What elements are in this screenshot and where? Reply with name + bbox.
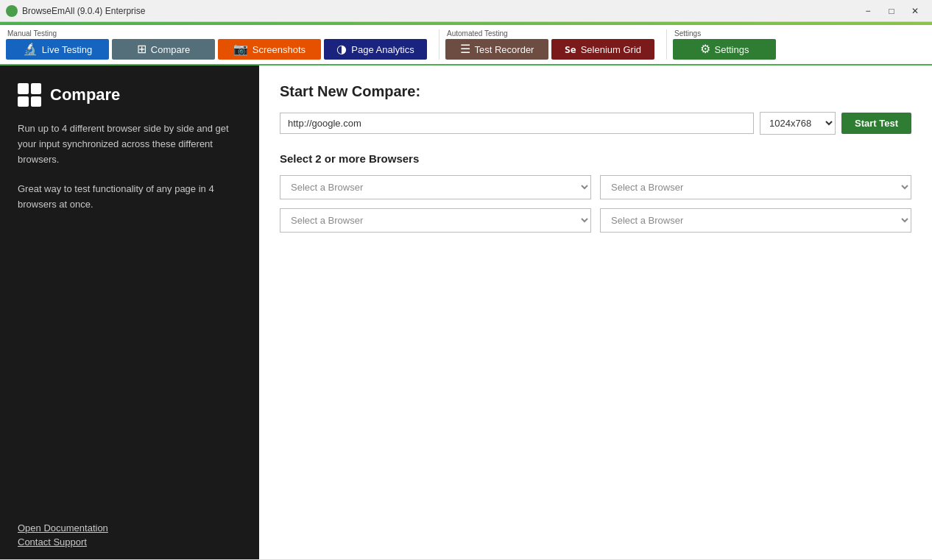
- settings-icon: ⚙: [700, 43, 710, 55]
- selenium-grid-label: Selenium Grid: [581, 44, 641, 55]
- app-icon: [6, 5, 18, 17]
- compare-label: Compare: [151, 44, 190, 55]
- window-controls: − □ ✕: [857, 4, 926, 18]
- browser-select-2[interactable]: Select a Browser: [600, 175, 911, 199]
- settings-label: Settings: [673, 29, 776, 38]
- browser-select-1[interactable]: Select a Browser: [280, 175, 591, 199]
- navbar: Manual Testing 🔬 Live Testing ⊞ Compare …: [0, 25, 932, 65]
- contact-support-link[interactable]: Contact Support: [18, 536, 241, 547]
- sidebar: Compare Run up to 4 different browser si…: [0, 65, 259, 559]
- title-bar-left: BrowseEmAll (9.0.4) Enterprise: [6, 5, 145, 17]
- main-layout: Compare Run up to 4 different browser si…: [0, 65, 932, 559]
- browser-select-3[interactable]: Select a Browser: [280, 208, 591, 233]
- url-input[interactable]: [280, 113, 754, 134]
- manual-testing-section: Manual Testing 🔬 Live Testing ⊞ Compare …: [6, 29, 427, 60]
- screenshots-button[interactable]: 📷 Screenshots: [218, 39, 321, 60]
- maximize-button[interactable]: □: [880, 4, 903, 18]
- url-row: 1024x768 1280x1024 1920x1080 800x600 Sta…: [280, 112, 911, 135]
- sidebar-bottom: Open Documentation Contact Support: [18, 522, 241, 547]
- start-test-button[interactable]: Start Test: [841, 113, 911, 134]
- page-analytics-icon: ◑: [336, 43, 347, 55]
- sidebar-top: Compare Run up to 4 different browser si…: [18, 83, 241, 213]
- sidebar-title: Compare: [50, 85, 120, 104]
- selenium-grid-button[interactable]: Se Selenium Grid: [551, 39, 654, 60]
- sidebar-title-row: Compare: [18, 83, 241, 107]
- test-recorder-button[interactable]: ☰ Test Recorder: [445, 39, 548, 60]
- test-recorder-label: Test Recorder: [475, 44, 534, 55]
- page-analytics-button[interactable]: ◑ Page Analytics: [324, 39, 427, 60]
- nav-divider-2: [666, 29, 667, 60]
- content-area: Start New Compare: 1024x768 1280x1024 19…: [259, 65, 932, 559]
- page-title: Start New Compare:: [280, 83, 911, 100]
- sidebar-description-2: Great way to test functionality of any p…: [18, 182, 241, 213]
- automated-testing-label: Automated Testing: [445, 29, 654, 38]
- settings-button[interactable]: ⚙ Settings: [673, 39, 776, 60]
- open-documentation-link[interactable]: Open Documentation: [18, 522, 241, 534]
- manual-testing-label: Manual Testing: [6, 29, 427, 38]
- compare-button[interactable]: ⊞ Compare: [112, 39, 215, 60]
- settings-label-btn: Settings: [715, 44, 749, 55]
- browsers-section-label: Select 2 or more Browsers: [280, 152, 911, 165]
- settings-section: Settings ⚙ Settings: [673, 29, 776, 60]
- settings-buttons: ⚙ Settings: [673, 39, 776, 60]
- screenshots-label: Screenshots: [253, 44, 306, 55]
- live-testing-icon: 🔬: [23, 43, 38, 55]
- selenium-grid-icon: Se: [565, 45, 576, 54]
- close-button[interactable]: ✕: [904, 4, 926, 18]
- compare-grid-icon: [18, 83, 41, 107]
- automated-testing-buttons: ☰ Test Recorder Se Selenium Grid: [445, 39, 654, 60]
- resolution-select[interactable]: 1024x768 1280x1024 1920x1080 800x600: [760, 112, 836, 135]
- live-testing-button[interactable]: 🔬 Live Testing: [6, 39, 109, 60]
- title-bar: BrowseEmAll (9.0.4) Enterprise − □ ✕: [0, 0, 932, 22]
- nav-divider-1: [439, 29, 439, 60]
- compare-icon: ⊞: [137, 43, 146, 55]
- live-testing-label: Live Testing: [42, 44, 92, 55]
- browser-grid: Select a Browser Select a Browser Select…: [280, 175, 911, 233]
- app-title: BrowseEmAll (9.0.4) Enterprise: [22, 6, 145, 16]
- test-recorder-icon: ☰: [460, 43, 470, 55]
- manual-testing-buttons: 🔬 Live Testing ⊞ Compare 📷 Screenshots ◑…: [6, 39, 427, 60]
- automated-testing-section: Automated Testing ☰ Test Recorder Se Sel…: [445, 29, 654, 60]
- screenshots-icon: 📷: [233, 43, 248, 55]
- page-analytics-label: Page Analytics: [351, 44, 414, 55]
- browser-select-4[interactable]: Select a Browser: [600, 208, 911, 233]
- sidebar-description-1: Run up to 4 different browser side by si…: [18, 121, 241, 167]
- minimize-button[interactable]: −: [857, 4, 879, 18]
